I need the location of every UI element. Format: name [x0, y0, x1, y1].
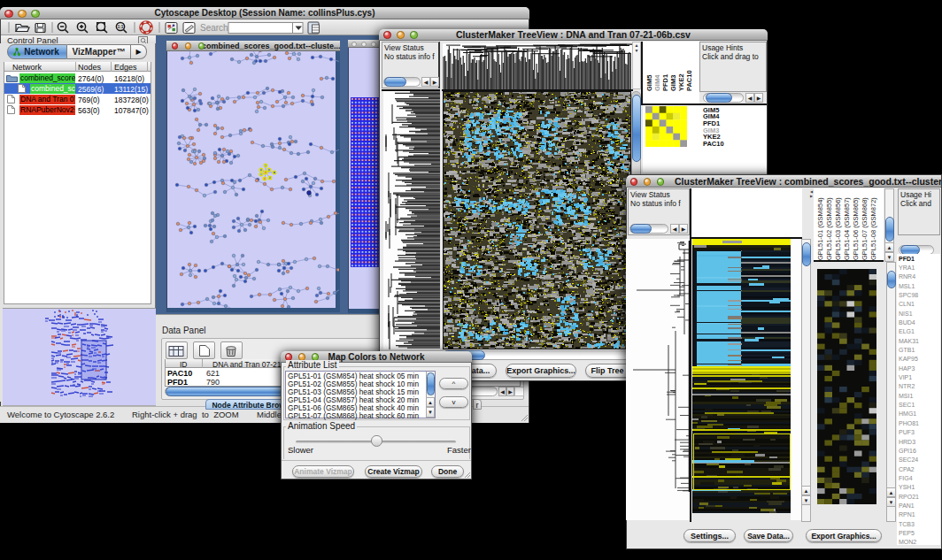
svg-text:GPL51-06 (GSM865): GPL51-06 (GSM865) — [852, 197, 860, 260]
svg-text:GIM5: GIM5 — [645, 75, 653, 91]
svg-text:1:1: 1:1 — [118, 25, 124, 29]
svg-text:GPL51-07 (GSM868): GPL51-07 (GSM868) — [861, 197, 869, 260]
svg-text:GPL51-08 (GSM872): GPL51-08 (GSM872) — [869, 197, 877, 260]
svg-text:GIM4: GIM4 — [653, 74, 661, 91]
svg-text:GPL51-03 (GSM856): GPL51-03 (GSM856) — [834, 197, 842, 260]
svg-text:Search:: Search: — [200, 23, 230, 33]
svg-text:GIM3: GIM3 — [669, 75, 677, 91]
svg-text:GPL51-04 (GSM857): GPL51-04 (GSM857) — [843, 197, 851, 260]
svg-text:GPL51-02 (GSM855): GPL51-02 (GSM855) — [825, 197, 833, 260]
svg-text:PFD1: PFD1 — [661, 74, 669, 91]
svg-text:PAC10: PAC10 — [685, 70, 693, 91]
svg-text:YKE2: YKE2 — [677, 73, 685, 91]
svg-text:GPL51-01 (GSM854): GPL51-01 (GSM854) — [816, 197, 824, 260]
